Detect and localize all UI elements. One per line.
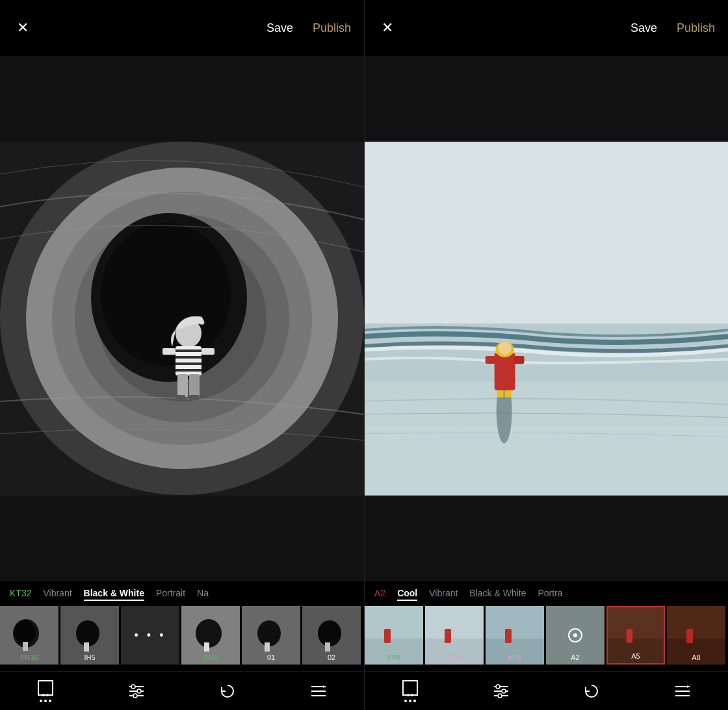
left-header-actions: Save Publish [266,21,351,35]
svg-rect-16 [177,374,188,397]
svg-point-71 [573,633,577,637]
left-filter-02-label: 02 [302,653,361,661]
left-header: ✕ Save Publish [0,0,364,56]
svg-rect-29 [204,642,209,652]
svg-rect-56 [486,356,496,364]
right-filter-kp9[interactable]: KP9 [486,606,544,665]
right-filters-area: A2 Cool Vibrant Black & White Portra FP8… [365,581,728,671]
left-panel: ✕ Save Publish [0,0,364,710]
left-filter-cat-vibrant[interactable]: Vibrant [43,588,72,601]
svg-rect-15 [202,348,214,355]
right-frame-button[interactable] [402,679,419,702]
svg-point-84 [502,689,506,693]
right-filter-cat-vibrant[interactable]: Vibrant [429,588,458,601]
left-filter-cat-na[interactable]: Na [197,588,209,601]
right-bottom-toolbar [365,671,728,710]
right-filter-a8-label: A8 [667,653,725,661]
left-filter-kx4-label: KX4 [181,653,240,661]
right-filter-cat-bw[interactable]: Black & White [469,588,526,601]
right-photo-area [365,56,728,581]
right-filter-a2-label: A2 [546,653,604,661]
left-filter-kt32[interactable]: • • • [121,606,179,665]
svg-rect-74 [627,629,633,642]
left-close-button[interactable]: ✕ [13,18,32,38]
right-filter-kp2[interactable]: KP2 [425,606,484,665]
svg-rect-19 [189,395,199,400]
svg-rect-13 [176,369,202,372]
left-bottom-toolbar [0,671,364,710]
right-filter-kp9-label: KP9 [486,653,544,661]
left-sliders-button[interactable] [128,684,145,698]
svg-point-7 [101,223,231,366]
svg-rect-57 [514,356,525,364]
svg-rect-79 [407,694,410,696]
svg-rect-69 [505,629,512,643]
svg-point-44 [133,694,137,698]
left-history-button[interactable] [219,683,236,700]
svg-rect-32 [265,642,270,652]
svg-rect-37 [42,694,45,696]
svg-rect-78 [403,681,417,695]
right-panel: ✕ Save Publish [364,0,728,710]
right-sliders-button[interactable] [493,684,510,698]
svg-point-86 [498,694,502,698]
svg-point-82 [496,685,500,689]
right-filter-cat-portrait[interactable]: Portra [538,588,562,601]
right-filter-fp8[interactable]: FP8 [365,606,423,665]
left-save-button[interactable]: Save [266,21,293,35]
left-filter-02[interactable]: 02 [302,606,361,665]
left-publish-button[interactable]: Publish [313,21,351,35]
svg-rect-11 [176,356,202,359]
left-filter-cat-portrait[interactable]: Portrait [156,588,185,601]
right-filter-categories: A2 Cool Vibrant Black & White Portra [365,581,728,606]
right-filter-kp2-label: KP2 [425,653,484,661]
svg-point-42 [137,689,141,693]
svg-rect-23 [23,642,28,651]
svg-rect-63 [384,629,391,643]
left-layers-button[interactable] [310,684,327,698]
right-publish-button[interactable]: Publish [677,21,715,35]
left-filter-fn16[interactable]: FN16 [0,606,58,665]
right-header: ✕ Save Publish [365,0,728,56]
left-filter-fn16-label: FN16 [0,653,58,661]
right-filter-a2[interactable]: A2 [546,606,604,665]
left-filter-01[interactable]: 01 [242,606,300,665]
right-save-button[interactable]: Save [630,21,657,35]
left-filter-01-label: 01 [242,653,300,661]
svg-rect-80 [411,694,413,696]
right-filter-fp8-label: FP8 [365,653,423,661]
svg-point-60 [499,342,512,355]
left-filter-ih5[interactable]: IH5 [60,606,119,665]
left-frame-button[interactable] [37,679,54,702]
svg-point-40 [131,685,135,689]
svg-rect-36 [38,681,53,695]
left-photo-area [0,56,364,581]
svg-rect-35 [325,642,330,652]
left-filter-thumbnails: FN16 IH5 • • • KX4 [0,606,364,671]
svg-rect-26 [84,642,89,652]
svg-rect-18 [176,395,185,400]
right-history-button[interactable] [583,683,600,700]
right-header-actions: Save Publish [630,21,715,35]
svg-rect-49 [365,142,728,323]
left-filters-area: KT32 Vibrant Black & White Portrait Na F… [0,581,364,671]
left-filter-cat-kt32[interactable]: KT32 [10,588,31,601]
svg-rect-12 [176,362,202,365]
right-filter-a5[interactable]: A5 [606,606,665,665]
svg-rect-66 [445,629,451,643]
right-filter-a8[interactable]: A8 [667,606,725,665]
left-filter-categories: KT32 Vibrant Black & White Portrait Na [0,581,364,606]
right-filter-thumbnails: FP8 KP2 KP9 [365,606,728,671]
svg-point-22 [14,620,35,644]
right-close-button[interactable]: ✕ [378,18,397,38]
svg-rect-10 [176,349,202,352]
right-layers-button[interactable] [674,684,691,698]
svg-rect-55 [495,353,515,390]
right-filter-cat-cool[interactable]: Cool [397,588,417,601]
left-filter-cat-bw[interactable]: Black & White [84,588,144,601]
svg-rect-77 [686,629,693,643]
right-filter-cat-a2[interactable]: A2 [374,588,385,601]
right-filter-a5-label: A5 [608,652,664,660]
svg-rect-17 [189,374,200,397]
left-filter-kx4[interactable]: KX4 [181,606,240,665]
